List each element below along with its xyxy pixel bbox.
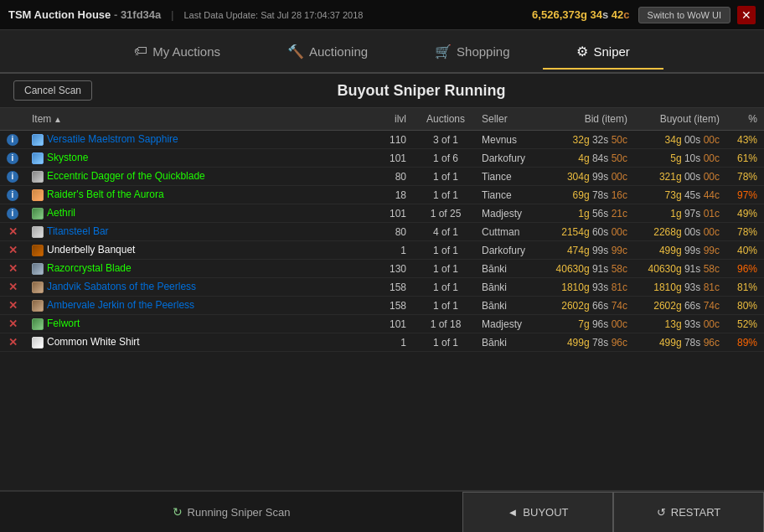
buyout-button[interactable]: ◄ BUYOUT	[462, 492, 613, 532]
app-title: TSM Auction House - 31fd34a	[8, 8, 161, 21]
col-header-pct[interactable]: %	[726, 108, 764, 131]
row-ilvl: 80	[383, 168, 416, 186]
row-ilvl: 80	[383, 223, 416, 241]
item-icon	[32, 337, 44, 349]
row-pct: 61%	[726, 149, 764, 168]
row-pct: 40%	[726, 241, 764, 260]
row-buyout: 2602g 66s 74c	[634, 297, 726, 315]
col-header-seller[interactable]: Seller	[475, 108, 542, 131]
row-status: i	[0, 131, 25, 149]
item-icon	[32, 318, 44, 330]
item-icon	[32, 152, 44, 164]
row-status: i	[0, 186, 25, 204]
row-seller: Darkofury	[475, 149, 542, 168]
table-container: Item ilvl Auctions Seller Bid (item) Buy…	[0, 108, 764, 490]
switch-to-wow-button[interactable]: Switch to WoW UI	[638, 7, 730, 23]
table-row[interactable]: ✕Ambervale Jerkin of the Peerless1581 of…	[0, 297, 764, 315]
row-ilvl: 1	[383, 241, 416, 260]
table-row[interactable]: iAethril1011 of 25Madjesty1g 56s 21c1g 9…	[0, 204, 764, 223]
row-bid: 2154g 60s 00c	[542, 223, 634, 241]
row-buyout: 73g 45s 44c	[634, 186, 726, 204]
my-auctions-icon: 🏷	[134, 44, 147, 59]
row-ilvl: 110	[383, 131, 416, 149]
table-row[interactable]: iEccentric Dagger of the Quickblade801 o…	[0, 168, 764, 186]
row-pct: 43%	[726, 131, 764, 149]
item-icon	[32, 281, 44, 293]
table-row[interactable]: iVersatile Maelstrom Sapphire1103 of 1Me…	[0, 131, 764, 149]
row-bid: 1810g 93s 81c	[542, 278, 634, 297]
row-auctions: 4 of 1	[416, 223, 475, 241]
x-icon: ✕	[8, 281, 18, 293]
row-bid: 4g 84s 50c	[542, 149, 634, 168]
row-bid: 1g 56s 21c	[542, 204, 634, 223]
info-icon: i	[7, 152, 18, 164]
table-row[interactable]: ✕Titansteel Bar804 of 1Cuttman2154g 60s …	[0, 223, 764, 241]
item-icon	[32, 208, 44, 220]
col-header-status	[0, 108, 25, 131]
tab-auctioning-label: Auctioning	[309, 44, 368, 59]
x-icon: ✕	[8, 244, 18, 256]
row-seller: Bānki	[475, 297, 542, 315]
row-ilvl: 1	[383, 333, 416, 352]
table-row[interactable]: ✕Jandvik Sabatons of the Peerless1581 of…	[0, 278, 764, 297]
item-name: Titansteel Bar	[47, 225, 109, 237]
col-header-item[interactable]: Item	[25, 108, 383, 131]
auction-table: Item ilvl Auctions Seller Bid (item) Buy…	[0, 108, 764, 352]
table-row[interactable]: iSkystone1011 of 6Darkofury4g 84s 50c5g …	[0, 149, 764, 168]
row-seller: Madjesty	[475, 204, 542, 223]
row-bid: 2602g 66s 74c	[542, 297, 634, 315]
col-header-bid[interactable]: Bid (item)	[542, 108, 634, 131]
item-name: Aethril	[47, 207, 75, 219]
col-header-auctions[interactable]: Auctions	[416, 108, 475, 131]
row-bid: 499g 78s 96c	[542, 333, 634, 352]
table-row[interactable]: ✕Underbelly Banquet11 of 1Darkofury474g …	[0, 241, 764, 260]
item-name: Ambervale Jerkin of the Peerless	[47, 299, 194, 311]
row-item: Eccentric Dagger of the Quickblade	[25, 168, 383, 186]
separator: |	[171, 9, 173, 21]
row-pct: 81%	[726, 278, 764, 297]
close-button[interactable]: ✕	[737, 6, 756, 24]
last-update: Last Data Update: Sat Jul 28 17:04:37 20…	[183, 10, 363, 20]
col-header-buyout[interactable]: Buyout (item)	[634, 108, 726, 131]
table-row[interactable]: iRaider's Belt of the Aurora181 of 1Tian…	[0, 186, 764, 204]
row-auctions: 1 of 1	[416, 297, 475, 315]
row-seller: Mevnus	[475, 131, 542, 149]
row-pct: 78%	[726, 168, 764, 186]
item-name: Underbelly Banquet	[47, 244, 135, 256]
tab-shopping[interactable]: 🛒 Shopping	[401, 35, 543, 70]
table-row[interactable]: ✕Felwort1011 of 18Madjesty7g 96s 00c13g …	[0, 315, 764, 333]
item-icon	[32, 189, 44, 201]
row-auctions: 1 of 1	[416, 241, 475, 260]
tab-shopping-label: Shopping	[457, 44, 509, 59]
title-bar-left: TSM Auction House - 31fd34a | Last Data …	[8, 8, 532, 21]
info-icon: i	[7, 171, 18, 183]
table-row[interactable]: ✕Razorcrystal Blade1301 of 1Bānki40630g …	[0, 260, 764, 278]
row-item: Common White Shirt	[25, 333, 383, 352]
row-seller: Bānki	[475, 333, 542, 352]
x-icon: ✕	[8, 318, 18, 330]
tab-my-auctions[interactable]: 🏷 My Auctions	[101, 35, 254, 69]
row-seller: Darkofury	[475, 241, 542, 260]
item-icon	[32, 171, 44, 183]
row-auctions: 1 of 1	[416, 333, 475, 352]
item-icon	[32, 226, 44, 238]
tab-auctioning[interactable]: 🔨 Auctioning	[254, 35, 401, 70]
table-row[interactable]: ✕Common White Shirt11 of 1Bānki499g 78s …	[0, 333, 764, 352]
restart-button[interactable]: ↺ RESTART	[613, 492, 764, 532]
cancel-scan-button[interactable]: Cancel Scan	[13, 80, 92, 101]
item-name: Eccentric Dagger of the Quickblade	[47, 170, 205, 182]
col-header-ilvl[interactable]: ilvl	[383, 108, 416, 131]
x-icon: ✕	[8, 299, 18, 312]
tab-sniper[interactable]: ⚙ Sniper	[543, 35, 663, 70]
row-item: Aethril	[25, 204, 383, 223]
gold-display: 6,526,373g 34s 42c	[532, 8, 629, 21]
spin-icon: ↻	[173, 505, 183, 519]
row-ilvl: 101	[383, 204, 416, 223]
row-auctions: 1 of 1	[416, 260, 475, 278]
row-seller: Cuttman	[475, 223, 542, 241]
row-buyout: 499g 99s 99c	[634, 241, 726, 260]
row-item: Ambervale Jerkin of the Peerless	[25, 297, 383, 315]
row-seller: Madjesty	[475, 315, 542, 333]
row-item: Jandvik Sabatons of the Peerless	[25, 278, 383, 297]
row-item: Razorcrystal Blade	[25, 260, 383, 278]
